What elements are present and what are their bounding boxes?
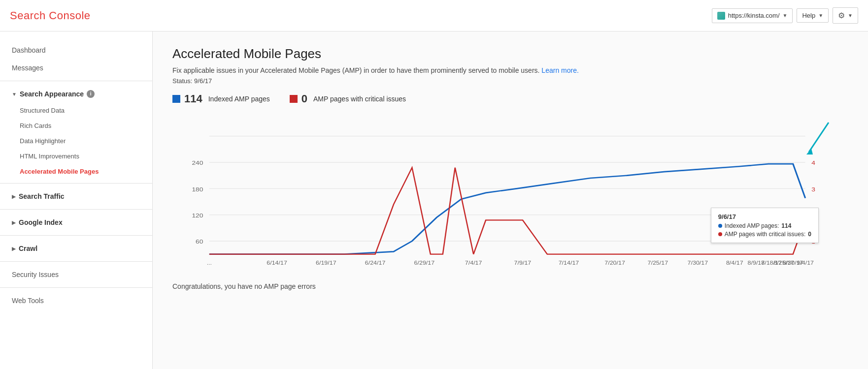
sidebar-section-search-appearance[interactable]: ▼ Search Appearance i bbox=[0, 85, 152, 103]
sidebar-item-web-tools[interactable]: Web Tools bbox=[0, 292, 152, 309]
status-line: Status: 9/6/17 bbox=[172, 77, 848, 85]
svg-text:...: ... bbox=[207, 260, 212, 266]
svg-text:8/4/17: 8/4/17 bbox=[726, 260, 743, 266]
sidebar-item-html-improvements[interactable]: HTML Improvements bbox=[0, 149, 152, 164]
svg-text:120: 120 bbox=[192, 212, 203, 219]
sidebar-item-data-highlighter[interactable]: Data Highlighter bbox=[0, 133, 152, 149]
tooltip-indexed-value: 114 bbox=[781, 222, 791, 229]
divider-4 bbox=[0, 235, 152, 236]
sidebar-item-search-traffic[interactable]: ▶ Search Traffic bbox=[0, 187, 152, 205]
help-button[interactable]: Help ▼ bbox=[797, 8, 829, 23]
expand-icon-crawl: ▶ bbox=[12, 246, 16, 251]
indexed-count: 114 bbox=[184, 92, 202, 105]
tooltip-red-dot bbox=[718, 232, 722, 236]
svg-text:180: 180 bbox=[192, 186, 203, 193]
help-dropdown-arrow: ▼ bbox=[818, 13, 823, 18]
tooltip-date: 9/6/17 bbox=[718, 213, 811, 220]
svg-text:7/9/17: 7/9/17 bbox=[514, 260, 532, 266]
settings-button[interactable]: ⚙ ▼ bbox=[833, 7, 858, 24]
page-title: Accelerated Mobile Pages bbox=[172, 46, 848, 62]
site-selector[interactable]: https://kinsta.com/ ▼ bbox=[712, 8, 793, 23]
header: Search Console https://kinsta.com/ ▼ Hel… bbox=[0, 0, 868, 31]
tooltip-row-critical: AMP pages with critical issues: 0 bbox=[718, 231, 811, 238]
chart-svg: 60 120 180 240 1 2 3 4 bbox=[172, 115, 848, 273]
tooltip-row-indexed: Indexed AMP pages: 114 bbox=[718, 222, 811, 229]
settings-dropdown-arrow: ▼ bbox=[848, 13, 853, 18]
legend-indexed: 114 Indexed AMP pages bbox=[172, 92, 270, 105]
svg-text:7/14/17: 7/14/17 bbox=[559, 260, 579, 266]
expand-icon-traffic: ▶ bbox=[12, 194, 16, 199]
svg-text:7/4/17: 7/4/17 bbox=[465, 260, 482, 266]
sidebar-item-structured-data[interactable]: Structured Data bbox=[0, 103, 152, 118]
divider-2 bbox=[0, 183, 152, 184]
divider-6 bbox=[0, 287, 152, 288]
legend-red-box bbox=[290, 95, 298, 103]
tooltip-critical-value: 0 bbox=[808, 231, 811, 238]
help-label: Help bbox=[802, 12, 815, 19]
site-url: https://kinsta.com/ bbox=[728, 12, 780, 19]
chart-area: 60 120 180 240 1 2 3 4 bbox=[172, 115, 848, 273]
main-layout: Dashboard Messages ▼ Search Appearance i… bbox=[0, 31, 868, 369]
svg-text:6/14/17: 6/14/17 bbox=[267, 260, 287, 266]
critical-count: 0 bbox=[301, 92, 307, 105]
app-title: Search Console bbox=[10, 9, 91, 22]
indexed-label: Indexed AMP pages bbox=[208, 95, 270, 103]
expand-icon: ▼ bbox=[12, 92, 17, 97]
page-description: Fix applicable issues in your Accelerate… bbox=[172, 66, 848, 74]
svg-text:6/24/17: 6/24/17 bbox=[365, 260, 386, 266]
gear-icon: ⚙ bbox=[838, 11, 845, 20]
svg-text:9/4/17: 9/4/17 bbox=[797, 260, 814, 266]
sidebar: Dashboard Messages ▼ Search Appearance i… bbox=[0, 31, 153, 369]
main-content: Accelerated Mobile Pages Fix applicable … bbox=[153, 31, 868, 369]
divider-1 bbox=[0, 81, 152, 81]
svg-text:3: 3 bbox=[811, 186, 815, 193]
critical-label: AMP pages with critical issues bbox=[313, 95, 406, 103]
congrats-text: Congratulations, you have no AMP page er… bbox=[172, 282, 848, 290]
learn-more-link[interactable]: Learn more. bbox=[541, 66, 578, 74]
sidebar-item-dashboard[interactable]: Dashboard bbox=[0, 41, 152, 59]
chart-legend: 114 Indexed AMP pages 0 AMP pages with c… bbox=[172, 92, 848, 105]
legend-blue-box bbox=[172, 95, 180, 103]
header-controls: https://kinsta.com/ ▼ Help ▼ ⚙ ▼ bbox=[712, 7, 858, 24]
site-icon bbox=[717, 12, 725, 20]
sidebar-item-amp[interactable]: Accelerated Mobile Pages bbox=[0, 164, 152, 179]
svg-text:4: 4 bbox=[811, 159, 815, 166]
chart-tooltip: 9/6/17 Indexed AMP pages: 114 AMP pages … bbox=[711, 208, 819, 243]
tooltip-critical-label: AMP pages with critical issues: bbox=[725, 231, 806, 238]
svg-text:7/20/17: 7/20/17 bbox=[604, 260, 625, 266]
divider-5 bbox=[0, 261, 152, 262]
info-icon: i bbox=[87, 90, 95, 98]
expand-icon-google: ▶ bbox=[12, 220, 16, 225]
tooltip-blue-dot bbox=[718, 224, 722, 228]
sidebar-item-google-index[interactable]: ▶ Google Index bbox=[0, 214, 152, 231]
svg-text:60: 60 bbox=[196, 238, 203, 245]
divider-3 bbox=[0, 209, 152, 210]
svg-text:7/25/17: 7/25/17 bbox=[648, 260, 668, 266]
sidebar-item-rich-cards[interactable]: Rich Cards bbox=[0, 118, 152, 133]
sidebar-item-security-issues[interactable]: Security Issues bbox=[0, 266, 152, 283]
legend-critical: 0 AMP pages with critical issues bbox=[290, 92, 406, 105]
svg-text:6/19/17: 6/19/17 bbox=[316, 260, 336, 266]
tooltip-indexed-label: Indexed AMP pages: bbox=[725, 222, 779, 229]
svg-text:7/30/17: 7/30/17 bbox=[688, 260, 708, 266]
sidebar-item-messages[interactable]: Messages bbox=[0, 59, 152, 77]
sidebar-item-crawl[interactable]: ▶ Crawl bbox=[0, 240, 152, 257]
svg-text:6/29/17: 6/29/17 bbox=[414, 260, 435, 266]
svg-text:240: 240 bbox=[192, 159, 203, 166]
site-dropdown-arrow: ▼ bbox=[783, 13, 788, 18]
